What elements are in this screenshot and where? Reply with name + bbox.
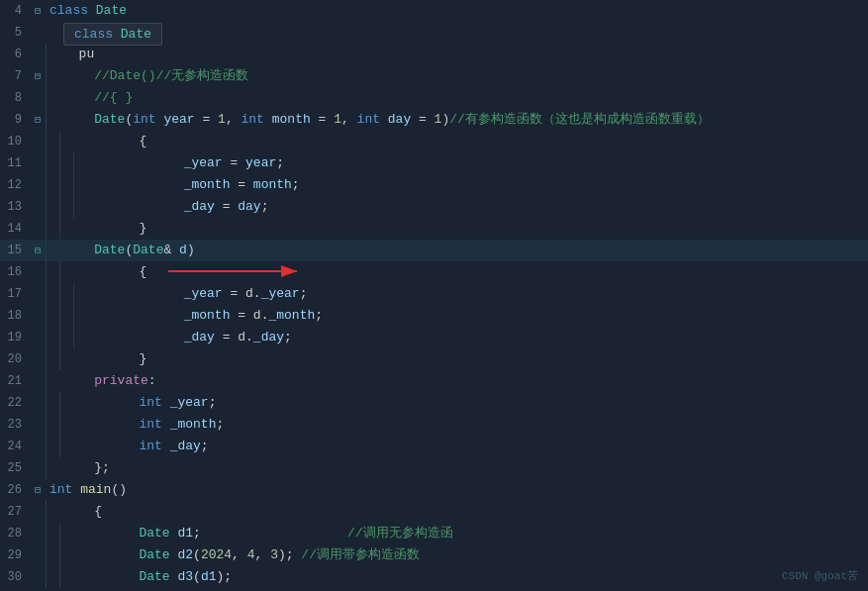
code-tokens: }: [73, 218, 868, 240]
code-line-26: 26⊟int main(): [0, 479, 868, 501]
indent-guides: [46, 566, 73, 588]
indent-guides: [46, 44, 59, 65]
line-number: 8: [0, 91, 30, 105]
code-lines: 4⊟class Date5 {6 pu7⊟ //Date()//无参构造函数8 …: [0, 0, 868, 588]
code-tokens: pu: [59, 44, 868, 65]
fold-indicator[interactable]: ⊟: [30, 484, 46, 496]
line-number: 30: [0, 570, 30, 584]
indent-guides: [46, 131, 73, 152]
indent-guides: [46, 348, 73, 370]
code-line-13: 13 _day = day;: [0, 196, 868, 218]
code-line-8: 8 //{ }: [0, 87, 868, 109]
code-line-30: 30 Date d3(d1);: [0, 566, 868, 588]
line-number: 10: [0, 135, 30, 148]
code-line-24: 24 int _day;: [0, 436, 868, 457]
indent-guides: [46, 261, 73, 283]
code-line-23: 23 int _month;: [0, 414, 868, 436]
code-editor: 4⊟class Date5 {6 pu7⊟ //Date()//无参构造函数8 …: [0, 0, 868, 591]
code-tokens: int main(): [46, 479, 868, 501]
indent-guides: [46, 370, 59, 392]
code-tokens: _year = year;: [87, 152, 868, 174]
indent-guides: [46, 109, 59, 131]
line-number: 16: [0, 265, 30, 279]
code-line-14: 14 }: [0, 218, 868, 240]
line-number: 12: [0, 178, 30, 192]
code-tokens: Date(int year = 1, int month = 1, int da…: [59, 109, 868, 131]
fold-indicator[interactable]: ⊟: [30, 70, 46, 82]
line-number: 5: [0, 26, 30, 40]
code-line-10: 10 {: [0, 131, 868, 152]
code-tokens: Date d3(d1);: [73, 566, 868, 588]
code-tokens: _month = d._month;: [87, 305, 868, 327]
line-number: 18: [0, 309, 30, 323]
code-line-6: 6 pu: [0, 44, 868, 65]
code-line-22: 22 int _year;: [0, 392, 868, 414]
code-line-12: 12 _month = month;: [0, 174, 868, 196]
line-number: 27: [0, 505, 30, 519]
line-number: 24: [0, 440, 30, 453]
line-number: 19: [0, 331, 30, 345]
watermark: CSDN @goat苦: [782, 568, 858, 583]
code-tokens: class Date: [46, 0, 868, 22]
code-tokens: _day = day;: [87, 196, 868, 218]
indent-guides: [46, 218, 73, 240]
code-line-17: 17 _year = d._year;: [0, 283, 868, 305]
fold-indicator[interactable]: ⊟: [30, 114, 46, 126]
fold-indicator[interactable]: ⊟: [30, 5, 46, 17]
code-line-16: 16 {: [0, 261, 868, 283]
code-tokens: int _month;: [73, 414, 868, 436]
code-tokens: //{ }: [59, 87, 868, 109]
code-tokens: Date d1; //调用无参构造函: [73, 523, 868, 544]
line-number: 7: [0, 69, 30, 83]
line-number: 22: [0, 396, 30, 410]
code-line-4: 4⊟class Date: [0, 0, 868, 22]
code-tokens: {: [73, 131, 868, 152]
code-tokens: _year = d._year;: [87, 283, 868, 305]
code-tokens: int _year;: [73, 392, 868, 414]
indent-guides: [46, 392, 73, 414]
code-line-15: 15⊟ Date(Date& d): [0, 240, 868, 261]
code-line-7: 7⊟ //Date()//无参构造函数: [0, 65, 868, 87]
code-line-18: 18 _month = d._month;: [0, 305, 868, 327]
line-number: 14: [0, 222, 30, 236]
line-number: 15: [0, 244, 30, 257]
code-tokens: private:: [59, 370, 868, 392]
code-line-27: 27 {: [0, 501, 868, 523]
code-tokens: //Date()//无参构造函数: [59, 65, 868, 87]
code-line-25: 25 };: [0, 457, 868, 479]
code-tokens: Date d2(2024, 4, 3); //调用带参构造函数: [73, 544, 868, 566]
line-number: 11: [0, 156, 30, 170]
fold-indicator[interactable]: ⊟: [30, 245, 46, 256]
code-line-11: 11 _year = year;: [0, 152, 868, 174]
line-number: 17: [0, 287, 30, 301]
indent-guides: [46, 501, 59, 523]
code-tokens: _month = month;: [87, 174, 868, 196]
indent-guides: [46, 436, 73, 457]
line-number: 28: [0, 527, 30, 541]
line-number: 6: [0, 48, 30, 61]
indent-guides: [46, 87, 59, 109]
line-number: 21: [0, 374, 30, 388]
code-line-21: 21 private:: [0, 370, 868, 392]
code-tokens: }: [73, 348, 868, 370]
indent-guides: [46, 305, 87, 327]
indent-guides: [46, 283, 87, 305]
code-tokens: _day = d._day;: [87, 327, 868, 348]
indent-guides: [46, 240, 59, 261]
code-line-9: 9⊟ Date(int year = 1, int month = 1, int…: [0, 109, 868, 131]
line-number: 4: [0, 4, 30, 18]
indent-guides: [46, 457, 59, 479]
indent-guides: [46, 65, 59, 87]
indent-guides: [46, 544, 73, 566]
indent-guides: [46, 327, 87, 348]
line-number: 23: [0, 418, 30, 432]
line-number: 26: [0, 483, 30, 497]
hover-tooltip: class Date: [63, 23, 162, 46]
indent-guides: [46, 414, 73, 436]
line-number: 20: [0, 352, 30, 366]
indent-guides: [46, 523, 73, 544]
indent-guides: [46, 196, 87, 218]
code-tokens: };: [59, 457, 868, 479]
code-line-19: 19 _day = d._day;: [0, 327, 868, 348]
code-line-20: 20 }: [0, 348, 868, 370]
